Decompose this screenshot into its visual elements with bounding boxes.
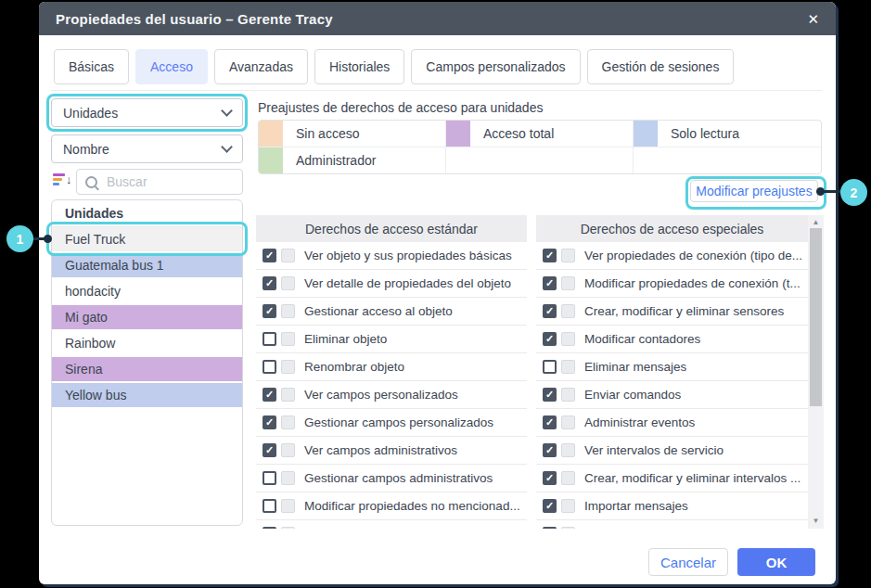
sort-order-button[interactable]: ↓ (53, 173, 72, 186)
preset-checkbox (281, 360, 295, 374)
access-checkbox[interactable] (543, 276, 557, 290)
access-right-row: Modificar propiedades no mencionad... (256, 492, 527, 520)
tab-básicas[interactable]: Básicas (54, 49, 129, 84)
modify-presets-button[interactable]: Modificar preajustes (690, 180, 818, 202)
access-checkbox[interactable] (263, 249, 276, 262)
legend-color-swatch (446, 121, 470, 147)
unit-list: Unidades Fuel Truck Guatemala bus 1 hond… (51, 199, 243, 526)
tab-historiales[interactable]: Historiales (314, 49, 404, 84)
sort-select[interactable]: Nombre (51, 134, 243, 163)
scrollbar-thumb[interactable] (810, 228, 822, 406)
access-right-row: Exportar mensajes (536, 520, 808, 529)
access-right-row: Administrar eventos (536, 409, 808, 437)
access-right-label: Ver campos administrativos (304, 443, 457, 457)
preset-checkbox (561, 332, 575, 346)
access-checkbox[interactable] (263, 471, 276, 485)
access-right-label: Modificar propiedades de conexión (t... (584, 276, 801, 290)
preset-checkbox (561, 527, 575, 529)
access-checkbox[interactable] (543, 415, 557, 429)
sort-select-value: Nombre (63, 142, 109, 157)
access-checkbox[interactable] (263, 443, 276, 457)
unit-name: Rainbow (65, 336, 115, 351)
legend-cell: Acceso total (446, 121, 634, 147)
scroll-down-icon[interactable]: ▼ (808, 518, 824, 525)
access-checkbox[interactable] (263, 304, 276, 318)
access-right-row: Gestionar campos personalizados (256, 409, 527, 437)
access-checkbox[interactable] (543, 304, 557, 318)
legend-label: Solo lectura (658, 121, 739, 147)
access-checkbox[interactable] (543, 360, 557, 374)
tab-label: Gestión de sesiones (602, 59, 720, 74)
tab-gestión-de-sesiones[interactable]: Gestión de sesiones (587, 49, 735, 84)
preset-checkbox (281, 249, 295, 262)
unit-name: Sirena (65, 362, 102, 377)
close-icon[interactable]: ✕ (807, 12, 819, 26)
access-right-row: Modificar contadores (536, 326, 808, 353)
tab-campos-personalizados[interactable]: Campos personalizados (411, 49, 580, 84)
tab-acceso[interactable]: Acceso (135, 49, 208, 84)
callout-1-badge: 1 (6, 225, 33, 252)
legend-color-swatch (259, 147, 283, 174)
special-rights-main: Derechos de acceso especiales Ver propie… (536, 215, 808, 529)
access-right-label: Exportar mensajes (584, 527, 689, 529)
access-checkbox[interactable] (263, 360, 276, 374)
legend-label: Administrador (283, 147, 376, 174)
unit-row[interactable]: Fuel Truck (52, 227, 242, 253)
dialog-titlebar: Propiedades del usuario – Gerente Tracy … (39, 2, 836, 35)
access-checkbox[interactable] (263, 415, 276, 429)
access-checkbox[interactable] (543, 249, 557, 262)
legend-color-swatch (259, 121, 283, 147)
legend-cell: Administrador (259, 147, 446, 174)
item-type-select[interactable]: Unidades (51, 98, 243, 127)
sort-arrow-icon: ↓ (66, 173, 72, 186)
access-checkbox[interactable] (543, 527, 557, 529)
unit-row[interactable]: Sirena (52, 357, 242, 383)
preset-checkbox (561, 471, 575, 485)
callout-2-badge: 2 (840, 179, 867, 206)
preset-checkbox (281, 499, 295, 513)
access-checkbox[interactable] (543, 443, 557, 457)
screenshot-root: { "window": { "title": "Propiedades del … (0, 0, 871, 588)
access-right-label: Crear, modificar y eliminar sensores (584, 304, 784, 318)
access-checkbox[interactable] (263, 332, 276, 346)
access-checkbox[interactable] (263, 276, 276, 290)
unit-row[interactable]: Rainbow (52, 331, 242, 357)
access-checkbox[interactable] (263, 388, 276, 402)
access-right-label: Cambiar icono (304, 527, 385, 529)
access-right-label: Importar mensajes (584, 499, 688, 513)
special-rights-header: Derechos de acceso especiales (536, 215, 808, 242)
scrollbar[interactable]: ▲ ▼ (808, 215, 824, 529)
access-checkbox[interactable] (263, 527, 276, 529)
access-checkbox[interactable] (543, 499, 557, 513)
tab-bar: Básicas Acceso Avanzadas Historiales Cam… (54, 49, 734, 84)
unit-row[interactable]: hondacity (52, 279, 242, 305)
search-input[interactable] (105, 173, 234, 190)
access-right-label: Ver propiedades de conexión (tipo de... (584, 249, 802, 262)
scroll-up-icon[interactable]: ▲ (808, 219, 824, 226)
access-right-label: Administrar eventos (584, 415, 695, 429)
unit-list-rows: Fuel Truck Guatemala bus 1 hondacity Mi … (52, 227, 242, 409)
access-checkbox[interactable] (543, 388, 557, 402)
tab-label: Avanzadas (229, 59, 293, 74)
preset-checkbox (561, 249, 575, 262)
access-right-row: Ver detalle de propiedades del objeto (256, 270, 527, 298)
access-right-row: Importar mensajes (536, 492, 808, 520)
access-right-row: Modificar propiedades de conexión (t... (536, 270, 808, 298)
access-checkbox[interactable] (543, 332, 557, 346)
access-right-label: Modificar contadores (584, 332, 700, 346)
access-checkbox[interactable] (543, 471, 557, 485)
search-box (76, 169, 243, 195)
preset-checkbox (281, 332, 295, 346)
cancel-button[interactable]: Cancelar (648, 548, 728, 576)
unit-row[interactable]: Mi gato (52, 305, 242, 331)
access-checkbox[interactable] (263, 499, 276, 513)
preset-checkbox (281, 443, 295, 457)
unit-row[interactable]: Yellow bus (52, 383, 242, 409)
item-type-select-value: Unidades (63, 106, 118, 121)
special-rights-column: Derechos de acceso especiales Ver propie… (536, 215, 824, 529)
tab-label: Básicas (69, 59, 114, 74)
unit-row[interactable]: Guatemala bus 1 (52, 253, 242, 279)
tab-avanzadas[interactable]: Avanzadas (214, 49, 308, 84)
ok-button[interactable]: OK (737, 548, 815, 576)
access-right-label: Modificar propiedades no mencionad... (304, 499, 520, 513)
